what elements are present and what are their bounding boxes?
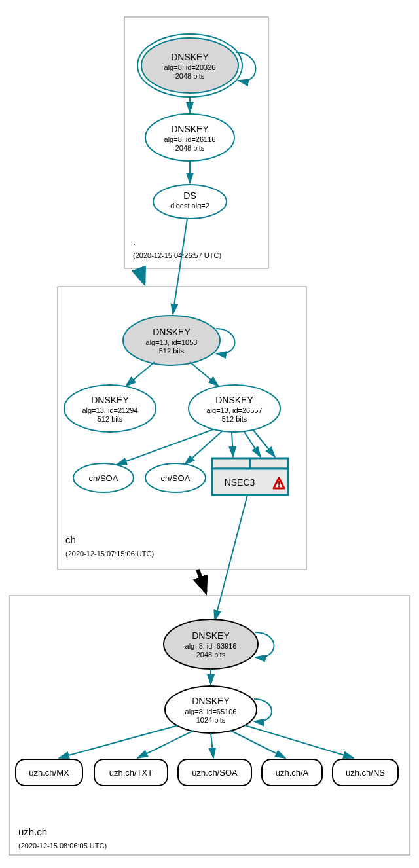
edge-ch-k3-nsec3b xyxy=(244,431,261,457)
zone-uzh-label: uzh.ch xyxy=(18,826,47,837)
node-uzh-dnskey-63916: DNSKEY alg=8, id=63916 2048 bits xyxy=(164,619,258,669)
svg-text:uzh.ch/SOA: uzh.ch/SOA xyxy=(192,768,238,778)
edge-ds-to-ch-k1 xyxy=(173,219,187,314)
node-root-dnskey-20326: DNSKEY alg=8, id=20326 2048 bits xyxy=(137,34,242,97)
svg-text:uzh.ch/MX: uzh.ch/MX xyxy=(29,768,69,778)
node-ch-dnskey-1053: DNSKEY alg=13, id=1053 512 bits xyxy=(123,316,220,365)
svg-text:512 bits: 512 bits xyxy=(98,415,123,423)
svg-text:uzh.ch/TXT: uzh.ch/TXT xyxy=(109,768,153,778)
edge-ch-k1-k2 xyxy=(126,362,155,386)
node-ch-soa-2: ch/SOA xyxy=(145,463,206,492)
edge-ch-to-uzh-zone xyxy=(198,570,206,592)
svg-text:2048 bits: 2048 bits xyxy=(175,72,205,80)
svg-text:uzh.ch/A: uzh.ch/A xyxy=(276,768,309,778)
svg-text:alg=13, id=1053: alg=13, id=1053 xyxy=(146,338,198,346)
node-uzh-soa: uzh.ch/SOA xyxy=(178,759,251,786)
svg-text:uzh.ch/NS: uzh.ch/NS xyxy=(346,768,385,778)
node-ch-dnskey-21294: DNSKEY alg=13, id=21294 512 bits xyxy=(64,385,156,432)
svg-text:digest alg=2: digest alg=2 xyxy=(170,202,210,209)
svg-text:NSEC3: NSEC3 xyxy=(225,477,255,488)
edge-uzh-k2-mx xyxy=(59,725,178,758)
zone-uzh-ts: (2020-12-15 08:06:05 UTC) xyxy=(18,842,107,850)
node-ch-dnskey-26557: DNSKEY alg=13, id=26557 512 bits xyxy=(189,385,280,432)
node-uzh-txt: uzh.ch/TXT xyxy=(94,759,168,786)
node-ch-nsec3: NSEC3 ! xyxy=(212,458,288,495)
dnssec-graph: . (2020-12-15 04:26:57 UTC) DNSKEY alg=8… xyxy=(0,0,419,868)
node-ch-soa-1: ch/SOA xyxy=(73,463,134,492)
zone-ch-label: ch xyxy=(65,534,76,545)
svg-text:ch/SOA: ch/SOA xyxy=(161,473,191,483)
svg-text:DNSKEY: DNSKEY xyxy=(171,124,209,134)
edge-ch-k1-k3 xyxy=(190,362,219,386)
node-uzh-dnskey-65106: DNSKEY alg=8, id=65106 1024 bits xyxy=(165,686,257,733)
svg-text:DNSKEY: DNSKEY xyxy=(171,52,209,62)
edge-ch-k3-nsec3a xyxy=(232,432,233,457)
svg-text:1024 bits: 1024 bits xyxy=(196,716,226,724)
svg-text:DNSKEY: DNSKEY xyxy=(153,327,191,337)
svg-text:DNSKEY: DNSKEY xyxy=(215,395,253,405)
node-root-ds: DS digest alg=2 xyxy=(153,185,227,219)
node-uzh-mx: uzh.ch/MX xyxy=(16,759,82,786)
svg-text:512 bits: 512 bits xyxy=(222,415,247,423)
svg-text:alg=13, id=21294: alg=13, id=21294 xyxy=(82,407,137,414)
edge-ch-k3-nsec3c xyxy=(253,429,275,457)
edge-nsec3-to-uzh-k1 xyxy=(215,495,247,621)
svg-text:alg=8, id=63916: alg=8, id=63916 xyxy=(185,642,237,650)
node-uzh-ns: uzh.ch/NS xyxy=(333,759,398,786)
svg-text:2048 bits: 2048 bits xyxy=(175,144,205,152)
node-uzh-a: uzh.ch/A xyxy=(262,759,322,786)
svg-text:ch/SOA: ch/SOA xyxy=(89,473,118,483)
svg-text:DS: DS xyxy=(183,190,196,201)
edge-root-to-ch-zone xyxy=(139,268,144,283)
edge-uzh-k2-soa xyxy=(211,733,213,758)
svg-text:!: ! xyxy=(278,479,281,490)
svg-text:alg=8, id=65106: alg=8, id=65106 xyxy=(185,708,237,715)
zone-ch-ts: (2020-12-15 07:15:06 UTC) xyxy=(65,550,154,558)
svg-text:alg=8, id=20326: alg=8, id=20326 xyxy=(164,63,216,71)
svg-text:DNSKEY: DNSKEY xyxy=(192,696,230,706)
zone-root-ts: (2020-12-15 04:26:57 UTC) xyxy=(133,251,221,259)
svg-text:alg=8, id=26116: alg=8, id=26116 xyxy=(164,136,216,143)
zone-root-label: . xyxy=(133,236,136,247)
svg-text:DNSKEY: DNSKEY xyxy=(91,395,129,405)
svg-text:alg=13, id=26557: alg=13, id=26557 xyxy=(206,407,262,414)
svg-text:2048 bits: 2048 bits xyxy=(196,651,226,659)
svg-text:512 bits: 512 bits xyxy=(159,347,185,355)
edge-uzh-k2-ns xyxy=(245,725,354,758)
svg-text:DNSKEY: DNSKEY xyxy=(192,630,230,641)
edge-ch-k3-soa1 xyxy=(117,429,213,465)
node-root-dnskey-26116: DNSKEY alg=8, id=26116 2048 bits xyxy=(145,114,234,161)
